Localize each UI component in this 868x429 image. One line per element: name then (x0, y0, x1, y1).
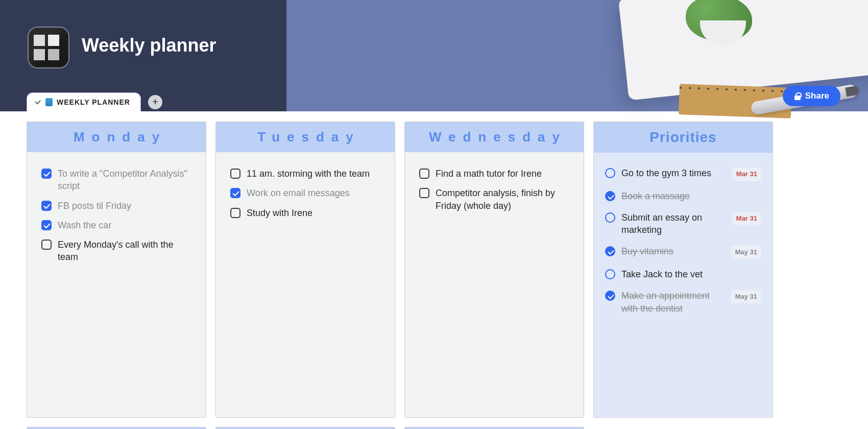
card-priorities: Priorities Go to the gym 3 timesMar 31 B… (593, 122, 773, 418)
task-item[interactable]: Every Monday's call with the team (41, 239, 191, 264)
radio-icon[interactable] (605, 168, 615, 178)
hero-banner: Weekly planner WEEKLY PLANNER + Share (0, 0, 868, 111)
share-label: Share (805, 91, 829, 101)
hero-bg (286, 0, 868, 111)
task-item[interactable]: Study with Irene (230, 207, 380, 219)
radio-icon[interactable] (605, 246, 615, 256)
radio-icon[interactable] (605, 191, 615, 201)
lock-icon (794, 92, 801, 100)
share-button[interactable]: Share (783, 86, 840, 106)
card-header: Wednesday (405, 122, 584, 152)
task-item[interactable]: Work on email messages (230, 187, 380, 199)
card-thursday: Thursday (27, 427, 206, 429)
date-badge: May 31 (731, 290, 761, 303)
card-weekends: Weekends (404, 427, 584, 429)
priority-item[interactable]: Take Jack to the vet (605, 268, 761, 280)
priority-item[interactable]: Make an appointment with the dentistMay … (605, 290, 761, 315)
card-friday: Friday (215, 427, 395, 429)
checkbox-icon[interactable] (419, 188, 429, 198)
date-badge: Mar 31 (732, 212, 761, 225)
card-header: Priorities (594, 122, 773, 153)
card-tuesday: Tuesday 11 am. storming with the team Wo… (215, 122, 395, 418)
date-badge: Mar 31 (732, 168, 761, 181)
priority-item[interactable]: Go to the gym 3 timesMar 31 (605, 167, 761, 181)
doc-icon (45, 98, 53, 106)
checkbox-icon[interactable] (230, 188, 240, 198)
check-icon (34, 100, 41, 105)
radio-icon[interactable] (605, 212, 615, 223)
task-item[interactable]: Wash the car (41, 219, 191, 231)
task-item[interactable]: 11 am. storming with the team (230, 168, 380, 180)
checkbox-icon[interactable] (41, 240, 52, 250)
priority-item[interactable]: Submit an essay on marketingMar 31 (605, 211, 761, 236)
checkbox-icon[interactable] (230, 208, 240, 218)
tab-weekly-planner[interactable]: WEEKLY PLANNER (27, 92, 141, 111)
card-monday: Monday To write a "Competitor Analysis" … (27, 122, 206, 418)
radio-icon[interactable] (605, 269, 615, 279)
plant-decor (670, 0, 767, 36)
add-tab-button[interactable]: + (148, 95, 162, 109)
priority-item[interactable]: Buy vitaminsMay 31 (605, 245, 761, 259)
task-item[interactable]: Find a math tutor for Irene (419, 168, 569, 180)
page-title: Weekly planner (82, 35, 216, 56)
task-item[interactable]: Competitor analysis, finish by Friday (w… (419, 187, 569, 212)
page-avatar[interactable] (28, 27, 69, 68)
tab-label: WEEKLY PLANNER (57, 98, 130, 106)
task-item[interactable]: To write a "Competitor Analysis" script (41, 168, 191, 193)
task-item[interactable]: FB posts til Friday (41, 200, 191, 212)
checkbox-icon[interactable] (419, 169, 429, 179)
checkbox-icon[interactable] (230, 169, 240, 179)
checkbox-icon[interactable] (41, 220, 52, 230)
date-badge: May 31 (731, 246, 761, 259)
card-wednesday: Wednesday Find a math tutor for Irene Co… (404, 122, 584, 418)
radio-icon[interactable] (605, 291, 615, 301)
priority-item[interactable]: Book a massage (605, 190, 761, 202)
checkbox-icon[interactable] (41, 201, 52, 211)
checkbox-icon[interactable] (41, 169, 52, 179)
card-header: Monday (27, 122, 206, 152)
card-header: Tuesday (216, 122, 395, 152)
